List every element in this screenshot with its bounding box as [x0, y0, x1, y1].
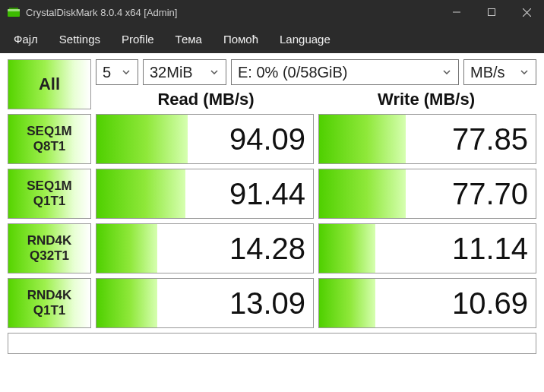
write-value-cell: 10.69 [318, 278, 536, 328]
menu-settings[interactable]: Settings [49, 28, 111, 50]
read-value-cell: 13.09 [96, 278, 314, 328]
svg-rect-4 [489, 9, 495, 16]
close-button[interactable] [509, 0, 544, 24]
read-value: 14.28 [229, 232, 305, 266]
svg-rect-1 [8, 9, 20, 11]
test-label-1: SEQ1M [27, 124, 72, 139]
write-value-cell: 77.85 [318, 114, 536, 164]
test-label-1: SEQ1M [27, 179, 72, 194]
unit-value: MB/s [470, 64, 505, 81]
read-bar [96, 169, 185, 218]
menu-theme[interactable]: Тема [165, 28, 213, 50]
read-bar [96, 224, 157, 273]
chevron-down-icon [115, 64, 131, 81]
drive-select[interactable]: E: 0% (0/58GiB) [231, 59, 459, 85]
write-bar [319, 224, 375, 273]
svg-rect-2 [9, 8, 18, 9]
menu-profile[interactable]: Profile [111, 28, 165, 50]
status-bar [8, 333, 536, 354]
test-label-2: Q32T1 [30, 248, 69, 264]
content-area: All 5 32MiB E: 0% (0/58GiB) MB/s [0, 53, 544, 360]
read-bar [96, 115, 188, 163]
header-read: Read (MB/s) [96, 90, 316, 109]
titlebar: CrystalDiskMark 8.0.4 x64 [Admin] [0, 0, 544, 24]
test-label-1: RND4K [27, 288, 72, 303]
menu-help[interactable]: Помоћ [213, 28, 269, 50]
unit-select[interactable]: MB/s [463, 59, 536, 85]
test-button-rnd4k-q1t1[interactable]: RND4KQ1T1 [8, 278, 91, 328]
test-size-select[interactable]: 32MiB [143, 59, 226, 85]
write-value-cell: 77.70 [318, 169, 536, 219]
read-value-cell: 91.44 [96, 169, 314, 219]
chevron-down-icon [203, 64, 220, 81]
test-button-seq1m-q8t1[interactable]: SEQ1MQ8T1 [8, 114, 91, 164]
write-bar [319, 279, 375, 327]
menubar: Фајл Settings Profile Тема Помоћ Languag… [0, 24, 544, 53]
read-bar [96, 279, 157, 327]
write-bar [319, 169, 406, 218]
header-write: Write (MB/s) [316, 90, 536, 109]
maximize-button[interactable] [474, 0, 509, 24]
write-value-cell: 11.14 [318, 223, 536, 273]
test-size-value: 32MiB [150, 64, 193, 81]
test-label-1: RND4K [27, 233, 72, 248]
all-button[interactable]: All [8, 59, 91, 109]
write-value: 77.70 [452, 177, 528, 211]
read-value-cell: 94.09 [96, 114, 314, 164]
bench-row: RND4KQ32T114.2811.14 [8, 223, 536, 273]
read-value: 13.09 [229, 286, 305, 321]
write-value: 10.69 [452, 286, 528, 321]
test-button-rnd4k-q32t1[interactable]: RND4KQ32T1 [8, 223, 91, 273]
menu-language[interactable]: Language [269, 28, 341, 50]
bench-row: SEQ1MQ1T191.4477.70 [8, 169, 536, 219]
minimize-button[interactable] [439, 0, 474, 24]
test-label-2: Q8T1 [33, 139, 66, 154]
window-title: CrystalDiskMark 8.0.4 x64 [Admin] [26, 7, 177, 18]
chevron-down-icon [513, 64, 530, 81]
test-button-seq1m-q1t1[interactable]: SEQ1MQ1T1 [8, 169, 91, 219]
test-label-2: Q1T1 [33, 303, 66, 318]
write-bar [319, 115, 406, 163]
write-value: 11.14 [452, 232, 528, 266]
read-value: 94.09 [229, 122, 305, 156]
drive-value: E: 0% (0/58GiB) [238, 64, 348, 81]
chevron-down-icon [435, 64, 452, 81]
test-count-value: 5 [103, 64, 111, 81]
test-count-select[interactable]: 5 [96, 59, 138, 85]
write-value: 77.85 [452, 122, 528, 156]
test-label-2: Q1T1 [33, 194, 66, 209]
menu-file[interactable]: Фајл [3, 28, 49, 50]
app-icon [6, 5, 21, 20]
bench-row: RND4KQ1T113.0910.69 [8, 278, 536, 328]
all-button-label: All [39, 74, 60, 94]
read-value: 91.44 [229, 177, 305, 211]
read-value-cell: 14.28 [96, 223, 314, 273]
bench-row: SEQ1MQ8T194.0977.85 [8, 114, 536, 164]
